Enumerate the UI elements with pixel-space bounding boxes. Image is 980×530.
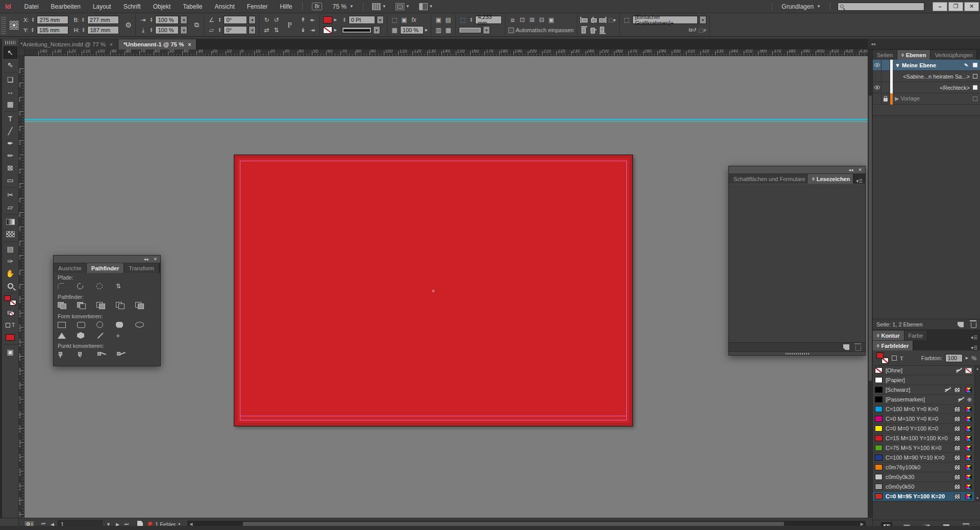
flip-horizontal-icon[interactable]: ⇄ (262, 27, 271, 34)
swatch-row[interactable]: [Papier] (873, 375, 980, 385)
wrap-object-shape-icon[interactable]: ▥ (434, 27, 443, 34)
dock-collapse-strip[interactable]: ◂◂ (868, 39, 980, 49)
arrange-documents-dropdown[interactable]: ▼ (419, 3, 433, 10)
fill-stroke-proxy[interactable] (4, 294, 17, 307)
window-close-button[interactable]: ✕ (964, 2, 979, 11)
bookmarks-list-empty[interactable] (729, 184, 865, 342)
y-stepper[interactable]: ▲▼ (30, 28, 35, 33)
beveled-rectangle-icon[interactable] (116, 322, 123, 328)
drop-shadow-icon[interactable]: ▣ (400, 16, 408, 24)
select-content-icon[interactable]: ↞ (308, 16, 316, 24)
pencil-tool[interactable]: ✏ (4, 149, 17, 162)
visibility-toggle[interactable] (873, 93, 881, 105)
symmetrical-point-icon[interactable] (116, 351, 125, 358)
bridge-button[interactable]: Br (312, 3, 322, 10)
no-text-wrap-icon[interactable]: ▣ (434, 16, 443, 24)
fit-frame-to-content-icon[interactable]: ⊞ (528, 16, 536, 24)
swatch-row[interactable]: c0m0y0k50 (873, 482, 980, 492)
join-path-icon[interactable] (58, 283, 64, 289)
stroke-tab-kontur[interactable]: ◊Kontur (873, 331, 904, 340)
close-tab-icon[interactable]: × (188, 42, 191, 47)
visibility-toggle[interactable] (873, 82, 881, 93)
select-parent-icon[interactable]: ↠ (308, 27, 316, 34)
dock-tab-ebenen[interactable]: ◊Ebenen (897, 50, 930, 60)
swatch-row[interactable]: C=100 M=90 Y=10 K=0 (873, 453, 980, 463)
menu-layout[interactable]: Layout (87, 0, 117, 13)
x-stepper[interactable]: ▲▼ (30, 17, 35, 22)
hand-tool[interactable]: ✋ (4, 267, 17, 280)
fx-icon[interactable]: fx (410, 16, 418, 24)
expand-icon[interactable]: ▶ (895, 95, 901, 102)
clear-attributes-icon[interactable]: ⬚≠ (698, 27, 706, 34)
text-icon[interactable]: T (12, 322, 15, 328)
container-icon[interactable] (6, 323, 10, 327)
swatch-row[interactable]: [Passermarken]✒⊕ (873, 395, 980, 405)
visibility-toggle[interactable] (873, 60, 881, 71)
fill-color-swatch[interactable] (323, 16, 332, 23)
rotate-ccw-icon[interactable]: ↺ (272, 16, 280, 24)
vertical-scrollbar[interactable] (868, 49, 872, 518)
stroke-flyout-icon[interactable]: ▶ (334, 28, 336, 32)
corner-shape-dropdown[interactable]: ▼ (483, 26, 490, 34)
swatch-row[interactable]: [Ohne]✒ (873, 366, 980, 375)
fill-stroke-proxy[interactable] (876, 352, 889, 364)
stroke-color-swatch[interactable] (323, 27, 332, 34)
window-minimize-button[interactable]: – (933, 2, 947, 11)
open-path-icon[interactable] (77, 283, 83, 289)
lock-toggle[interactable] (881, 93, 890, 105)
wrap-bounding-box-icon[interactable]: ▤ (444, 16, 452, 24)
rectangle-icon[interactable] (58, 322, 66, 328)
formatting-affects-text-icon[interactable]: T (900, 355, 903, 361)
menu-tabelle[interactable]: Tabelle (177, 0, 208, 13)
stroke-style-dropdown[interactable]: ▼ (373, 26, 380, 34)
menu-objekt[interactable]: Objekt (147, 0, 177, 13)
swap-fill-stroke[interactable] (4, 307, 17, 319)
opacity-field[interactable]: 100 % (400, 26, 424, 34)
ruler-origin-corner[interactable] (19, 49, 24, 56)
swatch-row[interactable]: C=0 M=95 Y=100 K=20 (873, 492, 980, 501)
zoom-tool[interactable] (4, 280, 17, 292)
fit-content-proportionally-icon[interactable]: ⊡ (518, 16, 526, 24)
scale-y-field[interactable]: 100 % (155, 26, 179, 34)
delete-bookmark-icon[interactable] (855, 345, 861, 351)
swatch-row[interactable]: C=75 M=5 Y=100 K=0 (873, 443, 980, 453)
screen-mode-dropdown[interactable]: ▼ (396, 3, 410, 10)
circle-icon[interactable] (96, 321, 103, 328)
rotation-stepper[interactable]: ▲▼ (217, 17, 222, 22)
smooth-point-icon[interactable] (96, 351, 106, 358)
page-tool[interactable]: ❏ (4, 73, 17, 86)
exclude-overlap-icon[interactable] (116, 302, 125, 309)
vertical-scrollbar-thumb[interactable] (869, 95, 872, 381)
bookmarks-tab[interactable]: ◊Lesezeichen (807, 174, 853, 184)
stroke-weight-stepper[interactable]: ▲▼ (342, 17, 347, 22)
select-container-icon[interactable]: P (285, 21, 293, 29)
width-field[interactable]: 277 mm (87, 16, 119, 24)
scale-x-stepper[interactable]: ▲▼ (149, 17, 154, 22)
scissors-tool[interactable]: ✂ (4, 189, 17, 201)
swatch-row[interactable]: C=15 M=100 Y=100 K=0 (873, 434, 980, 443)
y-field[interactable]: 185 mm (37, 26, 68, 34)
height-field[interactable]: 187 mm (87, 26, 119, 34)
pen-tool[interactable]: ✒ (4, 137, 17, 149)
free-transform-tool[interactable]: ▱ (4, 201, 17, 213)
screen-mode-button[interactable]: ▣ (4, 346, 17, 358)
formatting-affects-container-icon[interactable] (892, 356, 897, 361)
pathfinder-tab-transform[interactable]: Transform (124, 263, 159, 273)
selection-indicator[interactable] (973, 74, 977, 79)
eyedropper-tool[interactable]: ✑ (4, 255, 17, 267)
menu-bearbeiten[interactable]: Bearbeiten (45, 0, 87, 13)
height-stepper[interactable]: ▲▼ (81, 28, 86, 33)
close-path-icon[interactable] (96, 283, 103, 289)
swatch-row[interactable]: c0m76y100k0 (873, 463, 980, 472)
reverse-path-icon[interactable]: ⇅ (116, 283, 121, 290)
tint-field[interactable]: 100 (945, 354, 963, 362)
opacity-flyout-icon[interactable]: ▶ (425, 28, 428, 32)
stroke-tab-farbe[interactable]: Farbe (904, 331, 928, 340)
layer-row[interactable]: <Sabine...n heiraten Sa...> (873, 71, 980, 82)
align-center-icon[interactable] (590, 17, 597, 23)
document-tab[interactable]: *Unbenannt-1 @ 75 %× (118, 39, 197, 49)
swatch-row[interactable]: c0m0y0k30 (873, 472, 980, 482)
fit-content-to-frame-icon[interactable]: ⊟ (537, 16, 546, 24)
direct-selection-tool[interactable]: ⇖ (4, 59, 17, 71)
flip-vertical-icon[interactable]: ⇅ (272, 27, 280, 34)
